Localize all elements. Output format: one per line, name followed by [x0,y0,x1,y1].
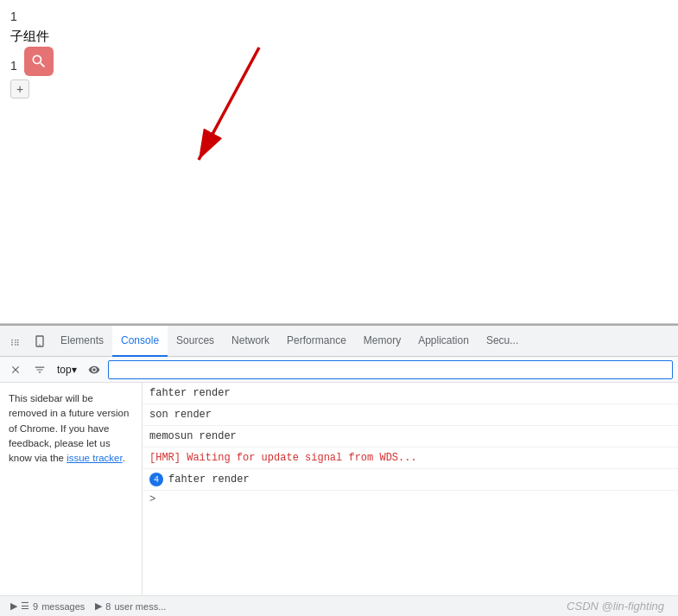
editor-chinese-label: 子组件 [10,26,668,47]
messages-list-icon: ☰ [21,600,29,612]
console-line-memosun: memosun render [143,426,678,448]
plus-button[interactable]: + [10,79,29,98]
devtools-tab-bar: Elements Console Sources Network Perform… [0,326,678,357]
messages-expand-icon: ▶ [10,600,17,612]
top-filter-dropdown[interactable]: top ▾ [54,362,80,378]
messages-count-item[interactable]: ▶ ☰ 9 messages [7,599,88,613]
plus-button-area: + [10,76,668,98]
editor-area: 1 子组件 1 + [0,0,678,324]
tab-memory[interactable]: Memory [355,326,409,357]
console-line-hmr: [HMR] Waiting for update signal from WDS… [143,448,678,469]
tab-performance[interactable]: Performance [278,326,355,357]
tab-network[interactable]: Network [223,326,278,357]
devtools-body: This sidebar will be removed in a future… [0,383,678,595]
search-icon [30,53,48,70]
user-expand-icon: ▶ [95,600,102,612]
console-line-fahter: fahter render [143,383,678,404]
tab-console[interactable]: Console [112,326,168,357]
eye-icon[interactable] [84,359,105,380]
console-line-son: son render [143,404,678,426]
tab-elements[interactable]: Elements [52,326,112,357]
editor-line-1: 1 [10,7,668,26]
device-icon[interactable] [28,329,52,353]
filter-icon[interactable] [29,359,50,380]
tab-application[interactable]: Application [409,326,478,357]
editor-line-3: 1 [10,47,668,76]
console-messages-area: fahter render son render memosun render … [143,383,678,595]
clear-console-icon[interactable] [5,359,26,380]
console-filter-input[interactable] [108,360,673,379]
issue-tracker-link[interactable]: issue tracker [67,453,123,463]
tab-sources[interactable]: Sources [168,326,223,357]
search-button[interactable] [24,47,54,76]
devtools-panel: Elements Console Sources Network Perform… [0,324,678,616]
editor-content: 1 子组件 1 + [0,0,678,105]
user-messages-item[interactable]: ▶ 8 user mess... [92,599,169,613]
console-toolbar: top ▾ [0,357,678,383]
inspect-icon[interactable] [3,329,28,353]
console-line-fahter-badge: 4 fahter render [143,469,678,491]
devtools-statusbar: ▶ ☰ 9 messages ▶ 8 user mess... CSDN @li… [0,595,678,616]
sidebar-message-text: This sidebar will be removed in a future… [9,391,133,466]
devtools-sidebar-info: This sidebar will be removed in a future… [0,383,143,595]
tab-security[interactable]: Secu... [478,326,527,357]
watermark-text: CSDN @lin-fighting [567,600,671,613]
console-prompt: > [143,491,678,508]
message-badge: 4 [149,473,163,486]
